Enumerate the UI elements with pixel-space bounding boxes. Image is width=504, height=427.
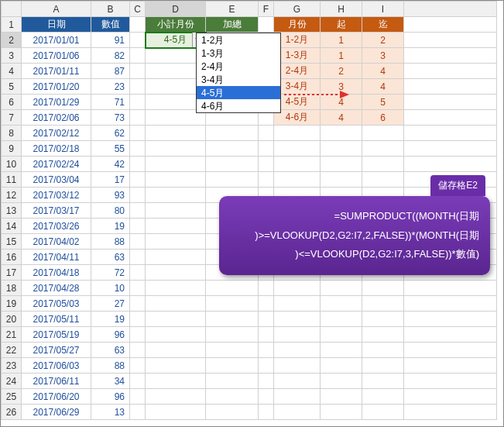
- row-header[interactable]: 9: [2, 141, 22, 157]
- cell-value[interactable]: 19: [91, 312, 130, 327]
- cell[interactable]: [274, 327, 321, 343]
- cell-value[interactable]: 19: [91, 219, 130, 234]
- cell[interactable]: [259, 157, 274, 172]
- row-header[interactable]: 13: [2, 203, 22, 219]
- cell-value[interactable]: 13: [91, 405, 130, 420]
- row-header[interactable]: 4: [2, 64, 22, 79]
- cell[interactable]: [362, 281, 404, 296]
- cell[interactable]: [259, 126, 274, 141]
- cell[interactable]: [130, 33, 146, 48]
- cell[interactable]: [206, 374, 259, 389]
- cell[interactable]: [206, 405, 259, 420]
- cell[interactable]: [362, 358, 404, 374]
- cell-start[interactable]: 4: [321, 110, 362, 126]
- cell[interactable]: [362, 405, 404, 420]
- header-start[interactable]: 起: [321, 17, 362, 33]
- cell-start[interactable]: 1: [321, 33, 362, 48]
- cell[interactable]: [362, 327, 404, 343]
- cell[interactable]: [259, 296, 274, 312]
- cell-value[interactable]: 42: [91, 157, 130, 172]
- cell[interactable]: [404, 110, 497, 126]
- cell[interactable]: [206, 141, 259, 157]
- cell[interactable]: [130, 234, 146, 250]
- cell[interactable]: [259, 389, 274, 405]
- cell[interactable]: [130, 374, 146, 389]
- cell[interactable]: [404, 296, 497, 312]
- cell[interactable]: [274, 374, 321, 389]
- cell-date[interactable]: 2017/01/06: [22, 48, 91, 64]
- row-header[interactable]: 23: [2, 358, 22, 374]
- header-date[interactable]: 日期: [22, 17, 91, 33]
- cell[interactable]: [130, 389, 146, 405]
- cell-date[interactable]: 2017/01/11: [22, 64, 91, 79]
- cell[interactable]: [259, 141, 274, 157]
- col-header-B[interactable]: B: [91, 2, 130, 17]
- cell[interactable]: [404, 48, 497, 64]
- col-header-A[interactable]: A: [22, 2, 91, 17]
- cell[interactable]: [321, 141, 362, 157]
- cell[interactable]: [321, 281, 362, 296]
- row-header[interactable]: 20: [2, 312, 22, 327]
- cell[interactable]: [274, 312, 321, 327]
- row-header[interactable]: 2: [2, 33, 22, 48]
- cell-end[interactable]: 4: [362, 79, 404, 95]
- row-header[interactable]: 15: [2, 234, 22, 250]
- cell[interactable]: [130, 110, 146, 126]
- cell[interactable]: [404, 374, 497, 389]
- row-header[interactable]: 16: [2, 250, 22, 265]
- cell-date[interactable]: 2017/03/12: [22, 188, 91, 203]
- row-header[interactable]: 3: [2, 48, 22, 64]
- cell[interactable]: [362, 389, 404, 405]
- cell[interactable]: [404, 33, 497, 48]
- cell[interactable]: [130, 17, 146, 33]
- cell[interactable]: [274, 126, 321, 141]
- cell[interactable]: [130, 296, 146, 312]
- cell-start[interactable]: 2: [321, 64, 362, 79]
- cell-date[interactable]: 2017/05/19: [22, 327, 91, 343]
- cell[interactable]: [146, 358, 206, 374]
- row-header[interactable]: 21: [2, 327, 22, 343]
- cell[interactable]: [130, 327, 146, 343]
- cell-value[interactable]: 71: [91, 95, 130, 110]
- cell[interactable]: [321, 374, 362, 389]
- cell[interactable]: [404, 141, 497, 157]
- cell[interactable]: [274, 141, 321, 157]
- cell-value[interactable]: 63: [91, 343, 130, 358]
- cell-value[interactable]: 96: [91, 327, 130, 343]
- cell[interactable]: [146, 234, 206, 250]
- cell[interactable]: [206, 312, 259, 327]
- cell[interactable]: [206, 327, 259, 343]
- cell[interactable]: [259, 17, 274, 33]
- cell[interactable]: [404, 95, 497, 110]
- row-header[interactable]: 7: [2, 110, 22, 126]
- cell-value[interactable]: 91: [91, 33, 130, 48]
- cell[interactable]: [404, 327, 497, 343]
- cell[interactable]: [274, 343, 321, 358]
- cell[interactable]: [130, 157, 146, 172]
- cell[interactable]: [259, 327, 274, 343]
- cell-start[interactable]: 4: [321, 95, 362, 110]
- cell-value[interactable]: 62: [91, 126, 130, 141]
- row-header[interactable]: 11: [2, 172, 22, 188]
- cell-start[interactable]: 1: [321, 48, 362, 64]
- cell[interactable]: [259, 343, 274, 358]
- cell[interactable]: [146, 157, 206, 172]
- col-header-G[interactable]: G: [274, 2, 321, 17]
- cell[interactable]: [146, 188, 206, 203]
- cell-date[interactable]: 2017/02/24: [22, 157, 91, 172]
- cell-value[interactable]: 63: [91, 250, 130, 265]
- cell-end[interactable]: 3: [362, 48, 404, 64]
- row-header[interactable]: 6: [2, 95, 22, 110]
- cell-date[interactable]: 2017/05/27: [22, 343, 91, 358]
- cell-value[interactable]: 88: [91, 358, 130, 374]
- cell[interactable]: [206, 157, 259, 172]
- cell-value[interactable]: 55: [91, 141, 130, 157]
- col-header-H[interactable]: H: [321, 2, 362, 17]
- cell[interactable]: [130, 343, 146, 358]
- row-header[interactable]: 10: [2, 157, 22, 172]
- cell[interactable]: [146, 126, 206, 141]
- cell-value[interactable]: 72: [91, 265, 130, 281]
- cell[interactable]: [206, 281, 259, 296]
- cell[interactable]: [130, 64, 146, 79]
- cell[interactable]: [206, 126, 259, 141]
